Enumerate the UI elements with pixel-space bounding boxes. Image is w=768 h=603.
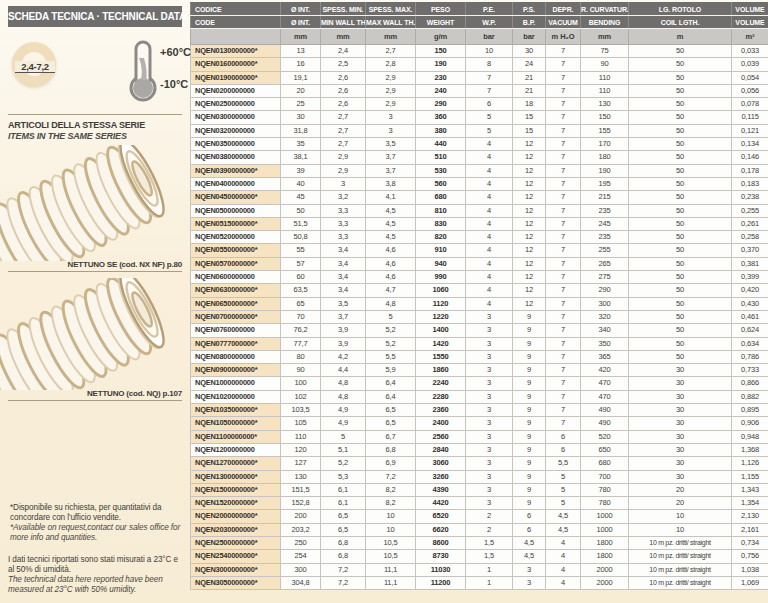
table-cell: 3: [366, 111, 416, 124]
table-header-row: CODEØ INT.MIN WALL TH.MAX WALL TH.WEIGHT…: [191, 16, 768, 29]
table-cell: 5: [466, 111, 513, 124]
table-cell: 120: [281, 443, 321, 456]
table-cell: 1800: [581, 536, 629, 549]
table-row: NQEN0250000000252,62,92906187130500,078: [191, 98, 768, 111]
table-cell: 3,5: [321, 297, 366, 310]
table-cell: 9: [513, 310, 546, 323]
table-cell: 2: [466, 510, 513, 523]
table-cell: 0,381: [732, 257, 768, 270]
table-cell: 1,343: [732, 483, 768, 496]
table-row: NQEN0515000000*51,53,34,58304127245500,2…: [191, 217, 768, 230]
table-cell: 820: [416, 231, 466, 244]
table-cell: 4,5: [513, 536, 546, 549]
table-header-row: CODICEØ INT.SPESS. MIN.SPESS. MAX.PESOP.…: [191, 3, 768, 16]
table-cell: 0,895: [732, 404, 768, 417]
table-cell: 38,1: [281, 151, 321, 164]
table-cell: 255: [581, 244, 629, 257]
column-header: VOLUME: [732, 3, 768, 16]
table-cell: 11030: [416, 563, 466, 576]
table-cell: 4,5: [366, 217, 416, 230]
table-cell: 195: [581, 177, 629, 190]
table-cell: 3: [466, 430, 513, 443]
table-cell: 2000: [581, 576, 629, 589]
footnote-asterisk-en: *Available on request,contact our sales …: [10, 523, 182, 543]
table-cell: 203,2: [281, 523, 321, 536]
table-cell: 7: [466, 71, 513, 84]
table-cell: 12: [513, 284, 546, 297]
table-cell: 127: [281, 457, 321, 470]
table-cell: 50: [629, 204, 732, 217]
table-cell: 50: [629, 45, 732, 58]
table-cell: 910: [416, 244, 466, 257]
table-cell: 3,7: [366, 151, 416, 164]
column-header: B.P.: [513, 16, 546, 29]
table-cell: 4,5: [513, 550, 546, 563]
table-cell: 30: [513, 45, 546, 58]
table-cell: 70: [281, 310, 321, 323]
table-row: NQEN0390000000*392,93,75304127190500,178: [191, 164, 768, 177]
table-cell: 50: [629, 310, 732, 323]
table-cell: 6,7: [366, 430, 416, 443]
table-cell: 6,5: [321, 523, 366, 536]
table-row: NQEN0570000000*573,44,69404127265500,381: [191, 257, 768, 270]
table-cell: 151,5: [281, 483, 321, 496]
table-cell: 5: [466, 124, 513, 137]
table-cell: 3: [321, 177, 366, 190]
table-cell: 50: [629, 284, 732, 297]
table-cell: 235: [581, 204, 629, 217]
table-row: NQEN1100000000*11056,72560396520300,948: [191, 430, 768, 443]
page-title: SCHEDA TECNICA · TECHNICAL DATA: [8, 6, 182, 27]
table-row: NQEN1050000000*1054,96,52400397490300,90…: [191, 417, 768, 430]
table-cell: 6: [546, 430, 581, 443]
table-cell: 4,5: [546, 523, 581, 536]
table-cell: 9: [513, 470, 546, 483]
table-row: NQEN0160000000*162,52,8190824790500,039: [191, 58, 768, 71]
table-cell: 810: [416, 204, 466, 217]
column-header: g/m: [416, 29, 466, 45]
divider: [8, 400, 182, 401]
table-cell: NQEN1270000000*: [191, 457, 281, 470]
table-cell: NQEN0600000000: [191, 271, 281, 284]
table-cell: 10 m pz. dritti/ straight: [629, 576, 732, 589]
table-row: NQEN2030000000*203,26,5106620264,5100010…: [191, 523, 768, 536]
table-cell: 700: [581, 470, 629, 483]
table-cell: NQEN0550000000*: [191, 244, 281, 257]
product-caption-nettuno-se[interactable]: NETTUNO SE (cod. NX NF) p.80: [68, 260, 182, 269]
table-cell: NQEN0650000000*: [191, 297, 281, 310]
table-cell: NQEN0570000000*: [191, 257, 281, 270]
table-cell: 2,9: [321, 164, 366, 177]
column-header: LG. ROTOLO: [629, 3, 732, 16]
table-row: NQEN076000000076,23,95,21400397340500,62…: [191, 324, 768, 337]
table-cell: 9: [513, 430, 546, 443]
table-cell: 1000: [581, 510, 629, 523]
table-cell: 7,2: [366, 470, 416, 483]
table-row: NQEN2500000000*2506,810,586001,54,541800…: [191, 536, 768, 549]
footnote-measure-it: I dati tecnici riportati sono stati misu…: [8, 555, 182, 575]
table-cell: 102: [281, 390, 321, 403]
table-cell: NQEN2030000000*: [191, 523, 281, 536]
table-cell: NQEN1050000000*: [191, 417, 281, 430]
table-cell: 6,8: [321, 550, 366, 563]
table-cell: 3: [466, 390, 513, 403]
table-cell: 90: [281, 364, 321, 377]
table-cell: NQEN0400000000: [191, 177, 281, 190]
table-cell: NQEN0380000000: [191, 151, 281, 164]
table-cell: 990: [416, 271, 466, 284]
table-cell: 470: [581, 377, 629, 390]
table-cell: 10: [466, 45, 513, 58]
table-cell: NQEN0800000000: [191, 350, 281, 363]
table-row: NQEN2000000000*2006,5106520264,51000102,…: [191, 510, 768, 523]
table-cell: 300: [581, 297, 629, 310]
table-cell: 50: [629, 191, 732, 204]
table-cell: 3260: [416, 470, 466, 483]
table-cell: 2,7: [321, 124, 366, 137]
product-caption-nettuno[interactable]: NETTUNO (cod. NQ) p.107: [87, 389, 182, 398]
table-cell: 1,5: [466, 550, 513, 563]
table-cell: 30: [629, 404, 732, 417]
table-cell: 65: [281, 297, 321, 310]
table-cell: 520: [581, 430, 629, 443]
table-cell: 12: [513, 164, 546, 177]
table-cell: 3,7: [366, 164, 416, 177]
table-cell: 130: [581, 98, 629, 111]
table-cell: 30: [629, 364, 732, 377]
